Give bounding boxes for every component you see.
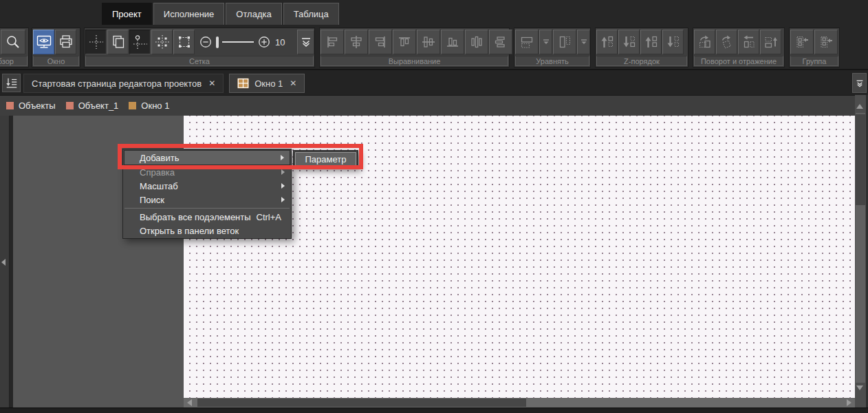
flip-vertical-icon: [763, 34, 779, 50]
grid-expand-button[interactable]: [297, 30, 314, 54]
horizontal-scroll-thumb[interactable]: [197, 399, 526, 407]
ribbon-group-overview: Обзор: [0, 28, 29, 67]
snap-objects-button[interactable]: [107, 30, 129, 54]
doc-tab-window-1[interactable]: Окно 1 ✕: [229, 74, 305, 93]
object-color-swatch: [6, 102, 14, 109]
vertical-scroll-thumb[interactable]: [856, 114, 865, 205]
grid-step-value: 10: [275, 37, 285, 47]
left-panel-collapsed[interactable]: [0, 116, 10, 407]
same-width-dropdown[interactable]: [539, 30, 552, 54]
same-height-icon: [557, 34, 572, 50]
slider-track[interactable]: [222, 41, 254, 43]
align-bottom-button[interactable]: [441, 30, 464, 54]
tab-table[interactable]: Таблица: [283, 3, 339, 25]
tab-project[interactable]: Проект: [102, 3, 152, 25]
tab-list-button[interactable]: [2, 74, 21, 92]
send-to-back-button[interactable]: [618, 30, 640, 54]
horizontal-scrollbar[interactable]: [184, 398, 855, 407]
distribute-h-button[interactable]: [465, 30, 488, 54]
align-right-button[interactable]: [369, 30, 392, 54]
scroll-left-icon[interactable]: [187, 399, 192, 406]
bring-to-front-icon: [600, 34, 615, 50]
align-left-button[interactable]: [321, 30, 344, 54]
tab-debug[interactable]: Отладка: [226, 3, 281, 25]
menu-item-help[interactable]: Справка: [124, 165, 290, 179]
align-right-icon: [373, 34, 388, 50]
menu-item-search[interactable]: Поиск: [124, 193, 290, 206]
grid-bounds-button[interactable]: [173, 30, 195, 54]
menu-item-add[interactable]: Добавить: [124, 150, 290, 165]
rotate-free-button[interactable]: [716, 30, 737, 54]
window-color-swatch: [129, 102, 136, 109]
group-label-alignment: Выравнивание: [321, 56, 508, 66]
window-view-button[interactable]: [33, 30, 54, 54]
snap-grid-button[interactable]: [129, 30, 151, 54]
same-width-icon: [519, 34, 534, 50]
same-width-button[interactable]: [515, 30, 539, 54]
increase-icon[interactable]: [257, 35, 271, 49]
align-center-h-icon: [349, 34, 364, 50]
ungroup-icon: [818, 34, 834, 50]
distribute-v-button[interactable]: [489, 30, 512, 54]
grid-bounds-icon: [177, 34, 192, 50]
rotate-cw-button[interactable]: [694, 30, 715, 54]
expand-panel-icon: [299, 34, 314, 50]
align-center-h-button[interactable]: [345, 30, 368, 54]
flip-vertical-button[interactable]: [760, 30, 781, 54]
breadcrumb: Объекты Объект_1 Окно 1: [0, 95, 868, 116]
grid-snap-point-icon: [133, 34, 148, 50]
menu-item-scale[interactable]: Масштаб: [124, 179, 290, 193]
ungroup-button[interactable]: [814, 30, 838, 54]
group-button[interactable]: [790, 30, 814, 54]
panel-expand-arrow-icon[interactable]: [1, 259, 6, 266]
breadcrumb-label: Объект_1: [78, 100, 119, 111]
grid-step-slider: 10: [195, 35, 288, 49]
decrease-icon[interactable]: [199, 35, 213, 49]
ribbon-group-equalize: Уравнять: [514, 28, 591, 67]
document-tab-bar: Стартовая страница редактора проектов ✕ …: [0, 70, 868, 95]
slider-handle[interactable]: [216, 36, 219, 48]
doc-tab-start-page[interactable]: Стартовая страница редактора проектов ✕: [23, 74, 224, 93]
group-label-grid: Сетка: [85, 56, 314, 66]
print-button[interactable]: [55, 30, 76, 54]
send-backward-button[interactable]: [662, 30, 684, 54]
grid-handles-button[interactable]: [151, 30, 173, 54]
grid-handles-cross-icon: [155, 34, 170, 50]
menu-item-select-all[interactable]: Выбрать все подэлементы Ctrl+A: [124, 210, 290, 224]
vertical-scrollbar[interactable]: [855, 95, 866, 407]
close-icon[interactable]: ✕: [290, 79, 296, 87]
tab-overflow-button[interactable]: [852, 73, 867, 93]
tab-execution[interactable]: Исполнение: [153, 3, 225, 25]
bring-forward-button[interactable]: [640, 30, 662, 54]
bring-to-front-button[interactable]: [596, 30, 618, 54]
submenu-item-parameter[interactable]: Параметр: [295, 152, 356, 167]
breadcrumb-item-window-1[interactable]: Окно 1: [129, 100, 169, 111]
flip-horizontal-button[interactable]: [738, 30, 759, 54]
app-window: Проект Исполнение Отладка Таблица Обзор: [0, 0, 868, 413]
grid-show-button[interactable]: [85, 30, 107, 54]
flip-horizontal-icon: [741, 34, 757, 50]
main-tab-bar: Проект Исполнение Отладка Таблица: [0, 0, 868, 25]
align-top-button[interactable]: [393, 30, 416, 54]
align-top-icon: [397, 34, 412, 50]
menu-item-open-branches[interactable]: Открыть в панели веток: [124, 224, 290, 237]
scroll-up-icon[interactable]: [856, 104, 863, 109]
breadcrumb-item-objects[interactable]: Объекты: [6, 100, 56, 111]
print-icon: [58, 34, 74, 50]
group-label-zorder: Z-порядок: [596, 56, 687, 66]
rotate-free-icon: [719, 34, 735, 50]
scroll-right-icon[interactable]: [847, 399, 851, 406]
distribute-v-icon: [493, 34, 508, 50]
close-icon[interactable]: ✕: [208, 79, 215, 87]
group-label-rotation: Поворот и отражение: [694, 56, 783, 66]
same-height-button[interactable]: [553, 30, 576, 54]
scroll-down-icon[interactable]: [856, 385, 863, 390]
group-icon: [794, 34, 810, 50]
menu-item-label: Масштаб: [140, 181, 178, 191]
align-center-v-button[interactable]: [417, 30, 440, 54]
send-to-back-icon: [622, 34, 637, 50]
same-height-dropdown[interactable]: [577, 30, 590, 54]
send-backward-icon: [666, 34, 681, 50]
search-button[interactable]: [1, 30, 25, 54]
breadcrumb-item-object-1[interactable]: Объект_1: [66, 100, 119, 111]
